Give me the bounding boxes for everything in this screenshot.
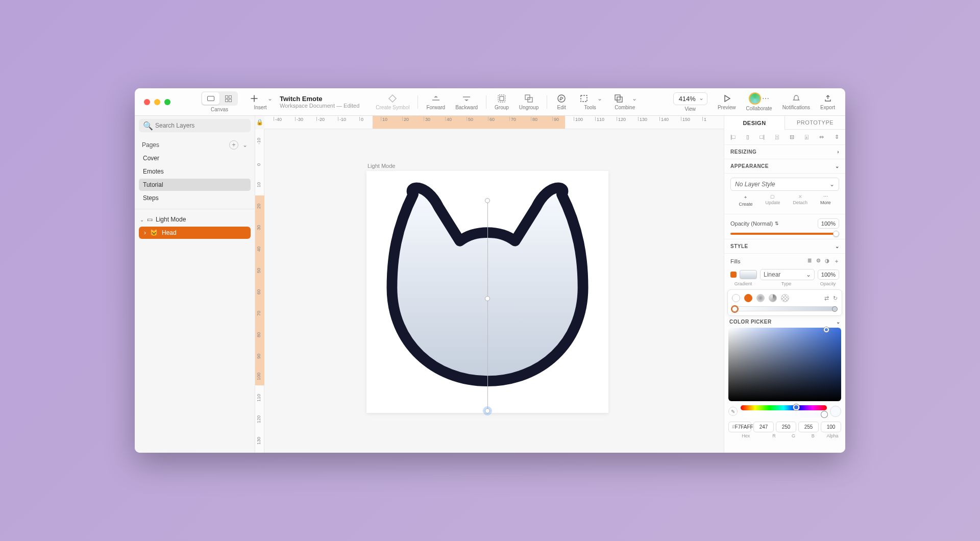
- align-right-icon[interactable]: □|: [760, 134, 765, 140]
- tab-design[interactable]: DESIGN: [724, 116, 785, 130]
- fill-pattern-mode[interactable]: [781, 294, 789, 302]
- alpha-input[interactable]: 100: [821, 422, 841, 432]
- search-input[interactable]: [155, 122, 247, 129]
- opacity-value[interactable]: 100%: [818, 218, 839, 229]
- opacity-slider-knob[interactable]: [833, 231, 839, 237]
- zoom-select[interactable]: 414%: [673, 92, 707, 105]
- r-input[interactable]: 247: [753, 422, 774, 432]
- chevron-right-icon[interactable]: ›: [144, 229, 146, 236]
- color-picker-header[interactable]: COLOR PICKER ⌄: [724, 316, 845, 325]
- fill-solid-mode[interactable]: [732, 294, 740, 302]
- gradient-axis[interactable]: [487, 200, 488, 413]
- align-left-icon[interactable]: |□: [730, 134, 736, 140]
- zoom-window-button[interactable]: [164, 99, 170, 105]
- minimize-window-button[interactable]: [154, 99, 160, 105]
- artboard-label[interactable]: Light Mode: [368, 163, 395, 169]
- artboard-group[interactable]: ⌄ ▭ Light Mode: [135, 213, 255, 226]
- gradient-bar[interactable]: [732, 306, 838, 311]
- resizing-header[interactable]: RESIZING ›: [724, 145, 845, 159]
- add-fill-button[interactable]: ＋: [834, 258, 840, 265]
- insert-dropdown-icon[interactable]: ⌄: [267, 95, 273, 102]
- add-page-button[interactable]: +: [229, 140, 238, 150]
- page-emotes[interactable]: Emotes: [139, 165, 251, 178]
- fill-linear-mode[interactable]: [744, 294, 752, 302]
- ungroup-button[interactable]: [523, 93, 535, 104]
- fill-radial-mode[interactable]: [756, 294, 765, 302]
- opacity-slider[interactable]: [730, 233, 839, 235]
- align-vcenter-icon[interactable]: ⊟: [790, 134, 794, 140]
- fill-swatch[interactable]: [740, 270, 757, 279]
- style-more-button[interactable]: ⋯More: [820, 194, 831, 207]
- opacity-label[interactable]: Opacity (Normal)⇅: [730, 220, 779, 227]
- edit-button[interactable]: [555, 93, 568, 104]
- alpha-slider[interactable]: [741, 412, 827, 417]
- hue-knob[interactable]: [793, 404, 799, 410]
- appearance-header[interactable]: APPEARANCE ⌄: [724, 159, 845, 174]
- page-tutorial[interactable]: Tutorial: [139, 179, 251, 191]
- align-top-icon[interactable]: ⍐: [775, 134, 779, 140]
- backward-button[interactable]: [460, 93, 473, 104]
- rotate-gradient-icon[interactable]: ↻: [833, 295, 838, 302]
- align-bottom-icon[interactable]: ⍗: [805, 134, 808, 140]
- canvas-mode-toggle[interactable]: [201, 91, 238, 106]
- forward-button[interactable]: [430, 93, 442, 104]
- color-cursor[interactable]: [824, 327, 829, 332]
- swap-stops-icon[interactable]: ⇄: [824, 295, 829, 302]
- gradient-stop-start[interactable]: [485, 198, 490, 203]
- fill-type-select[interactable]: Linear⌄: [760, 269, 815, 280]
- fill-settings-icon[interactable]: ⚙: [816, 258, 821, 265]
- canvas-stage[interactable]: Light Mode: [264, 129, 724, 453]
- insert-button[interactable]: [248, 93, 260, 104]
- gradient-bar-stop-b[interactable]: [832, 306, 838, 312]
- hex-input[interactable]: #F7FAFF: [728, 422, 751, 432]
- combine-dropdown-icon[interactable]: ⌄: [632, 95, 637, 102]
- g-input[interactable]: 250: [776, 422, 796, 432]
- group-button[interactable]: [496, 93, 508, 104]
- collab-menu-icon[interactable]: ⋯: [762, 94, 769, 103]
- document-title: Twitch Emote Workspace Document — Edited: [280, 95, 359, 109]
- single-canvas-icon[interactable]: [202, 92, 219, 105]
- close-window-button[interactable]: [144, 99, 150, 105]
- fill-blend-icon[interactable]: ◑: [825, 258, 830, 265]
- fill-angular-mode[interactable]: [769, 294, 777, 302]
- fill-opacity-value[interactable]: 100%: [818, 269, 839, 280]
- distribute-h-icon[interactable]: ⇔: [819, 134, 824, 140]
- style-header[interactable]: STYLE ⌄: [724, 239, 845, 254]
- alpha-knob[interactable]: [821, 411, 827, 417]
- tab-prototype[interactable]: PROTOTYPE: [785, 116, 845, 130]
- preview-button[interactable]: [721, 93, 733, 104]
- tools-dropdown-icon[interactable]: ⌄: [597, 95, 602, 102]
- fill-layers-icon[interactable]: ≣: [807, 258, 812, 265]
- hue-slider[interactable]: [741, 405, 827, 410]
- create-symbol-button[interactable]: [386, 93, 399, 104]
- b-input[interactable]: 255: [798, 422, 819, 432]
- grid-canvas-icon[interactable]: [219, 92, 237, 105]
- page-cover[interactable]: Cover: [139, 152, 251, 164]
- fill-enabled-checkbox[interactable]: [730, 272, 737, 278]
- layer-head[interactable]: › 🐱 Head: [139, 227, 251, 239]
- pages-collapse-icon[interactable]: ⌄: [242, 141, 248, 149]
- svg-rect-5: [581, 95, 587, 102]
- artboard[interactable]: [366, 171, 608, 413]
- inspector-panel: DESIGN PROTOTYPE |□ ▯ □| ⍐ ⊟ ⍗ ⇔ ⇕ RESIZ…: [724, 116, 845, 453]
- insert-label: Insert: [254, 105, 266, 110]
- search-layers[interactable]: 🔍: [139, 119, 251, 132]
- user-avatar[interactable]: [749, 92, 761, 105]
- gradient-bar-stop-a[interactable]: [732, 306, 738, 312]
- notifications-button[interactable]: [790, 93, 802, 104]
- gradient-stop-end[interactable]: [485, 408, 490, 413]
- gradient-stop-mid[interactable]: [485, 296, 490, 301]
- style-create-button[interactable]: ＋Create: [739, 194, 752, 207]
- chevron-down-icon[interactable]: ⌄: [140, 217, 144, 223]
- tools-button[interactable]: [578, 93, 590, 104]
- combine-button[interactable]: [612, 93, 625, 104]
- canvas-area[interactable]: 🔒 -40-30-20-1001020304050607080901001101…: [255, 116, 724, 453]
- color-area[interactable]: [728, 328, 841, 401]
- page-steps[interactable]: Steps: [139, 192, 251, 204]
- distribute-v-icon[interactable]: ⇕: [835, 134, 839, 140]
- lock-icon[interactable]: 🔒: [256, 119, 263, 126]
- layer-style-select[interactable]: No Layer Style ⌄: [730, 178, 839, 191]
- eyedropper-button[interactable]: ✎: [728, 407, 738, 416]
- export-button[interactable]: [822, 93, 834, 104]
- align-hcenter-icon[interactable]: ▯: [746, 134, 749, 140]
